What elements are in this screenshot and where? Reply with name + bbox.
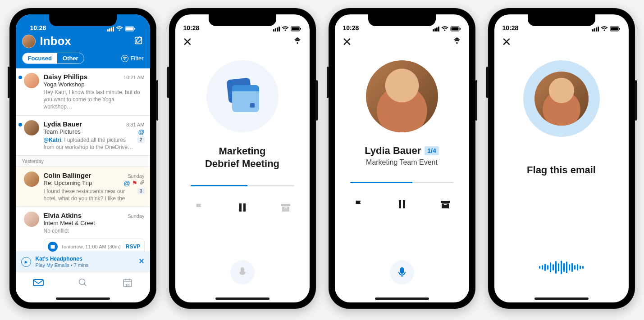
cellular-icon: [107, 27, 114, 32]
unread-dot: [18, 76, 22, 79]
home-indicator[interactable]: [335, 294, 469, 302]
wifi-icon: [441, 26, 448, 32]
sender-avatar: [24, 120, 39, 135]
play-banner-title: Kat's Headphones: [36, 256, 134, 262]
message-item[interactable]: Colin Ballinger Sunday Re: Upcoming Trip…: [16, 167, 150, 207]
home-indicator[interactable]: [175, 294, 310, 302]
message-subject: Intern Meet & Greet: [44, 220, 145, 226]
rsvp-button[interactable]: RSVP: [126, 243, 141, 250]
svg-rect-11: [300, 28, 301, 30]
playback-progress[interactable]: [350, 182, 454, 183]
play-banner-sub: Play My Emails • 7 mins: [36, 262, 134, 268]
rsvp-card: Tomorrow, 11:00 AM (30m) RSVP: [44, 239, 145, 252]
status-indicators: [273, 26, 301, 32]
sender-avatar: [24, 171, 39, 187]
notch: [368, 14, 436, 26]
progress-fill: [350, 182, 412, 183]
battery-icon: [450, 26, 461, 32]
status-time: 10:28: [183, 24, 200, 32]
progress-fill: [191, 185, 248, 186]
pause-button[interactable]: [393, 196, 411, 213]
message-item[interactable]: Elvia Atkins Sunday Intern Meet & Greet …: [16, 207, 150, 252]
home-indicator[interactable]: [494, 294, 629, 302]
calendar-icon: [48, 242, 58, 252]
svg-rect-28: [400, 267, 404, 274]
message-preview: Hey Katri, I know this last minute, but …: [44, 89, 145, 111]
home-indicator[interactable]: [16, 294, 150, 302]
svg-rect-27: [444, 204, 447, 205]
sender-photo: [366, 60, 438, 132]
message-subject: Team Pictures: [44, 128, 137, 135]
svg-point-7: [79, 279, 85, 284]
status-indicators: [592, 26, 621, 32]
dismiss-banner-button[interactable]: [138, 258, 145, 266]
tab-other[interactable]: Other: [57, 53, 84, 63]
calendar-icon: [225, 79, 260, 114]
mic-button[interactable]: [230, 260, 255, 284]
cast-icon[interactable]: [452, 36, 462, 48]
archive-button[interactable]: [277, 199, 294, 216]
svg-rect-6: [33, 279, 43, 286]
sender-name: Elvia Atkins: [44, 212, 128, 219]
flag-button[interactable]: [191, 199, 208, 216]
svg-rect-24: [403, 200, 405, 208]
profile-avatar[interactable]: [22, 35, 36, 48]
flag-button[interactable]: [350, 196, 367, 213]
svg-rect-14: [243, 203, 246, 212]
play-emails-banner[interactable]: Kat's Headphones Play My Emails • 7 mins: [16, 252, 150, 272]
attachment-icon: [139, 180, 145, 186]
svg-rect-25: [441, 201, 450, 203]
svg-rect-1: [126, 27, 133, 31]
message-time: Sunday: [128, 173, 144, 179]
status-indicators: [433, 26, 461, 32]
phone-inbox: 10:28 Inbox Focused Other: [9, 8, 156, 309]
wifi-icon: [116, 26, 123, 32]
sender-avatar: [24, 212, 39, 227]
voice-waveform: [539, 258, 584, 276]
sender-avatar: [24, 73, 39, 88]
close-button[interactable]: ✕: [502, 36, 512, 48]
sender-photo: [534, 72, 589, 126]
svg-rect-30: [611, 27, 618, 31]
message-subject: Yoga Workshop: [44, 81, 145, 88]
battery-icon: [291, 26, 301, 32]
message-time: 8:31 AM: [126, 122, 144, 127]
phone-email-playback: 10:28 ✕ Lydia Bauer 1/4 Marketing Team E…: [329, 8, 475, 309]
message-item[interactable]: Daisy Phillips 10:21 AM Yoga Workshop He…: [16, 68, 150, 116]
email-subject: Marketing Team Event: [366, 158, 438, 167]
phone-meeting-playback: 10:28 ✕ MarketingDebrief Meeting: [169, 8, 316, 309]
svg-rect-15: [281, 204, 290, 206]
tab-mail[interactable]: [32, 278, 44, 289]
message-list[interactable]: Daisy Phillips 10:21 AM Yoga Workshop He…: [16, 68, 150, 252]
wifi-icon: [601, 26, 608, 32]
message-item[interactable]: Lydia Bauer 8:31 AM Team Pictures @ @Kat…: [16, 116, 150, 156]
svg-rect-26: [442, 203, 449, 208]
unread-dot: [18, 123, 22, 126]
tab-focused[interactable]: Focused: [23, 53, 57, 63]
pause-button[interactable]: [234, 199, 251, 216]
mic-button[interactable]: [390, 260, 414, 284]
inbox-segmented-control: Focused Other: [22, 53, 84, 64]
tab-search[interactable]: [78, 278, 88, 289]
sender-name: Lydia Bauer: [365, 145, 421, 157]
playback-controls: [350, 196, 454, 213]
close-button[interactable]: ✕: [183, 36, 192, 48]
svg-point-22: [456, 42, 458, 44]
archive-button[interactable]: [437, 196, 454, 213]
svg-rect-13: [239, 203, 242, 212]
filter-button[interactable]: Filter: [121, 55, 144, 62]
cast-icon[interactable]: [292, 36, 302, 48]
flag-icon: ⚑: [132, 180, 137, 186]
svg-rect-20: [451, 27, 458, 31]
page-title: Inbox: [40, 34, 129, 48]
tab-calendar[interactable]: 18: [122, 277, 133, 290]
sender-photo-ring: [523, 60, 600, 137]
close-button[interactable]: ✕: [342, 36, 352, 48]
wifi-icon: [282, 26, 289, 32]
notch: [49, 14, 117, 26]
notch: [209, 14, 276, 26]
svg-point-12: [297, 42, 298, 44]
playback-progress[interactable]: [191, 185, 294, 186]
calendar-day: 18: [125, 283, 130, 288]
compose-button[interactable]: [134, 36, 144, 47]
